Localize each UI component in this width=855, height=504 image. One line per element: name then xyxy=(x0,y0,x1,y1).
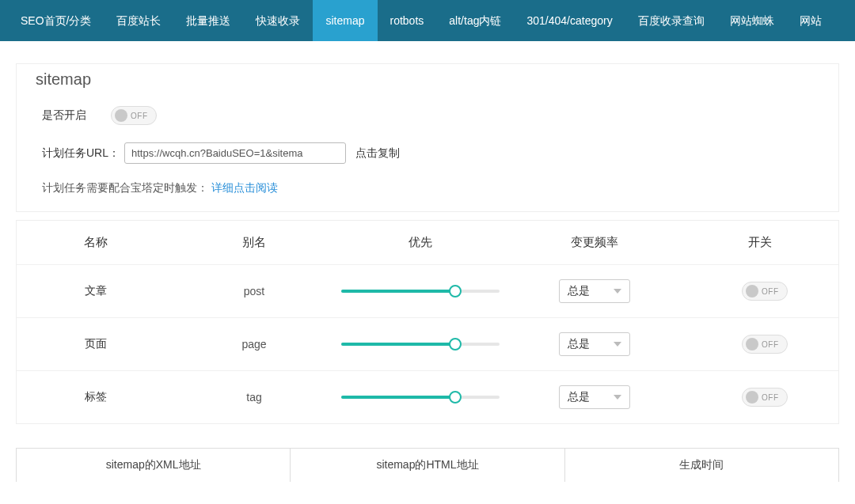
col-html-url: sitemap的HTML地址 xyxy=(291,449,564,482)
slider-fill xyxy=(341,343,455,346)
toggle-knob-icon xyxy=(746,338,758,351)
copy-button[interactable]: 点击复制 xyxy=(355,146,400,161)
table-row: 页面 page 总是 OFF xyxy=(17,318,838,371)
th-switch: 开关 xyxy=(682,235,838,250)
panel-title: sitemap xyxy=(17,64,838,101)
priority-slider[interactable] xyxy=(341,338,500,351)
th-priority: 优先 xyxy=(333,235,507,250)
col-generate-time: 生成时间 xyxy=(565,449,838,482)
freq-value: 总是 xyxy=(568,390,590,404)
nav-item-batch-push[interactable]: 批量推送 xyxy=(173,0,243,41)
nav-item-sitemap[interactable]: sitemap xyxy=(313,0,377,41)
cron-note-text: 计划任务需要配合宝塔定时触发： xyxy=(42,181,208,194)
nav-item-spider[interactable]: 网站蜘蛛 xyxy=(717,0,787,41)
toggle-state-text: OFF xyxy=(762,287,779,296)
cron-url-input[interactable] xyxy=(124,142,346,164)
chevron-down-icon xyxy=(614,395,621,400)
row-name: 标签 xyxy=(17,390,175,404)
toggle-knob-icon xyxy=(746,285,758,297)
url-label: 计划任务URL： xyxy=(42,146,120,161)
nav-item-fast-index[interactable]: 快速收录 xyxy=(243,0,313,41)
freq-select[interactable]: 总是 xyxy=(559,385,630,409)
top-nav: SEO首页/分类 百度站长 批量推送 快速收录 sitemap rotbots … xyxy=(0,0,855,41)
slider-handle-icon[interactable] xyxy=(449,285,462,297)
enable-label: 是否开启 xyxy=(42,108,101,123)
priority-slider[interactable] xyxy=(341,285,500,297)
table-row: 文章 post 总是 OFF xyxy=(17,265,838,318)
enable-toggle[interactable]: OFF xyxy=(111,106,157,125)
nav-item-alt-tag[interactable]: alt/tag内链 xyxy=(436,0,514,41)
row-alias: page xyxy=(175,338,333,351)
row-name: 文章 xyxy=(17,284,175,298)
chevron-down-icon xyxy=(614,289,621,294)
nav-item-baidu-index-check[interactable]: 百度收录查询 xyxy=(625,0,717,41)
toggle-state-text: OFF xyxy=(131,112,148,120)
row-alias: post xyxy=(175,285,333,297)
freq-select[interactable]: 总是 xyxy=(559,332,630,356)
nav-item-seo-home[interactable]: SEO首页/分类 xyxy=(8,0,104,41)
th-alias: 别名 xyxy=(175,235,333,250)
nav-item-robots[interactable]: rotbots xyxy=(378,0,437,41)
priority-slider[interactable] xyxy=(341,391,500,404)
toggle-knob-icon xyxy=(115,109,127,122)
toggle-state-text: OFF xyxy=(762,340,779,349)
toggle-state-text: OFF xyxy=(762,393,779,402)
sitemap-table: 名称 别名 优先 变更频率 开关 文章 post 总是 OFF xyxy=(16,220,839,424)
slider-fill xyxy=(341,396,455,399)
freq-value: 总是 xyxy=(568,337,590,351)
bottom-info-table: sitemap的XML地址 sitemap的HTML地址 生成时间 xyxy=(16,448,839,482)
toggle-knob-icon xyxy=(746,391,758,404)
row-name: 页面 xyxy=(17,337,175,351)
nav-item-301-404[interactable]: 301/404/category xyxy=(514,0,625,41)
row-toggle[interactable]: OFF xyxy=(742,388,788,407)
freq-select[interactable]: 总是 xyxy=(559,279,630,303)
slider-handle-icon[interactable] xyxy=(449,391,462,404)
row-alias: tag xyxy=(175,391,333,404)
settings-panel: sitemap 是否开启 OFF 计划任务URL： 点击复制 计划任务需要配合宝… xyxy=(16,63,839,212)
table-row: 标签 tag 总是 OFF xyxy=(17,371,838,423)
slider-handle-icon[interactable] xyxy=(449,338,462,351)
cron-note: 计划任务需要配合宝塔定时触发： 详细点击阅读 xyxy=(42,181,819,195)
table-header-row: 名称 别名 优先 变更频率 开关 xyxy=(17,221,838,265)
th-freq: 变更频率 xyxy=(507,235,682,250)
slider-fill xyxy=(341,290,455,293)
row-toggle[interactable]: OFF xyxy=(742,282,788,301)
nav-item-baidu-webmaster[interactable]: 百度站长 xyxy=(104,0,173,41)
freq-value: 总是 xyxy=(568,284,590,298)
cron-detail-link[interactable]: 详细点击阅读 xyxy=(211,181,278,194)
nav-item-site[interactable]: 网站 xyxy=(787,0,834,41)
col-xml-url: sitemap的XML地址 xyxy=(17,449,291,482)
row-toggle[interactable]: OFF xyxy=(742,335,788,354)
chevron-down-icon xyxy=(614,342,621,347)
th-name: 名称 xyxy=(17,235,175,250)
